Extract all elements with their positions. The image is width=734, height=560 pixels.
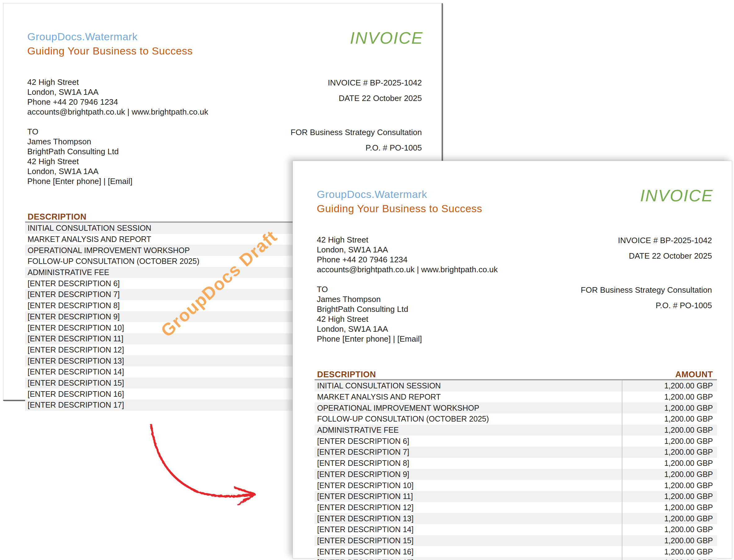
po-line: P.O. # PO-1005: [581, 300, 712, 310]
item-description: INITIAL CONSULTATION SESSION: [314, 381, 622, 390]
table-row: [ENTER DESCRIPTION 8]1,200.00 GBP: [314, 458, 717, 469]
item-description: [ENTER DESCRIPTION 10]: [314, 481, 622, 490]
table-header-row: DESCRIPTION AMOUNT: [314, 370, 717, 378]
address-line: 42 High Street: [317, 235, 498, 245]
item-description: [ENTER DESCRIPTION 12]: [314, 503, 622, 512]
to-line: 42 High Street: [317, 314, 422, 324]
description-column-header: DESCRIPTION: [25, 212, 332, 222]
table-row: [ENTER DESCRIPTION 16]1,200.00 GBP: [314, 546, 717, 557]
item-amount: 1,200.00 GBP: [622, 480, 717, 491]
screenshot-canvas: GroupDocs.Watermark Guiding Your Busines…: [0, 0, 734, 560]
item-amount: 1,200.00 GBP: [622, 413, 717, 425]
item-description: FOLLOW-UP CONSULTATION (OCTOBER 2025): [25, 257, 332, 266]
to-line: London, SW1A 1AA: [317, 324, 422, 334]
item-description: MARKET ANALYSIS AND REPORT: [25, 235, 332, 244]
item-description: [ENTER DESCRIPTION 11]: [25, 334, 332, 343]
line-items-table: DESCRIPTION AMOUNT INITIAL CONSULTATION …: [314, 370, 717, 560]
to-line: James Thompson: [317, 294, 422, 304]
item-amount: 1,200.00 GBP: [622, 546, 717, 557]
item-description: INITIAL CONSULTATION SESSION: [25, 224, 332, 233]
table-row: FOLLOW-UP CONSULTATION (OCTOBER 2025)1,2…: [314, 413, 717, 425]
item-description: [ENTER DESCRIPTION 15]: [25, 378, 332, 387]
invoice-number-line: INVOICE # BP-2025-1042: [328, 78, 422, 88]
item-amount: 1,200.00 GBP: [622, 524, 717, 535]
to-line: BrightPath Consulting Ltd: [317, 304, 422, 314]
invoice-title: INVOICE: [640, 186, 713, 205]
table-row: [ENTER DESCRIPTION 13]1,200.00 GBP: [314, 513, 717, 524]
item-description: [ENTER DESCRIPTION 15]: [314, 536, 622, 545]
item-amount: 1,200.00 GBP: [622, 535, 717, 546]
item-description: [ENTER DESCRIPTION 17]: [314, 558, 622, 560]
item-description: [ENTER DESCRIPTION 17]: [25, 400, 332, 409]
invoice-document-final: GroupDocs.Watermark Guiding Your Busines…: [292, 161, 732, 558]
table-row: [ENTER DESCRIPTION 6]1,200.00 GBP: [314, 435, 717, 447]
for-line: FOR Business Strategy Consultation: [581, 285, 712, 295]
item-description: [ENTER DESCRIPTION 6]: [314, 437, 622, 446]
to-line: 42 High Street: [27, 156, 132, 166]
invoice-meta-block: INVOICE # BP-2025-1042 DATE 22 October 2…: [618, 235, 712, 266]
table-row: [ENTER DESCRIPTION 7]1,200.00 GBP: [314, 447, 717, 458]
address-line: Phone +44 20 7946 1234: [27, 97, 208, 107]
address-line: accounts@brightpath.co.uk | www.brightpa…: [317, 265, 498, 274]
company-tagline: Guiding Your Business to Success: [317, 201, 482, 216]
item-amount: 1,200.00 GBP: [622, 491, 717, 502]
table-rows: INITIAL CONSULTATION SESSION1,200.00 GBP…: [314, 380, 717, 560]
address-line: accounts@brightpath.co.uk | www.brightpa…: [27, 107, 208, 117]
item-description: [ENTER DESCRIPTION 12]: [25, 345, 332, 354]
item-description: [ENTER DESCRIPTION 7]: [25, 290, 332, 299]
for-po-block: FOR Business Strategy Consultation P.O. …: [291, 127, 422, 158]
item-description: [ENTER DESCRIPTION 16]: [314, 547, 622, 556]
table-row: [ENTER DESCRIPTION 14]1,200.00 GBP: [314, 524, 717, 535]
item-amount: 1,200.00 GBP: [622, 469, 717, 480]
item-amount: 1,200.00 GBP: [622, 458, 717, 469]
for-line: FOR Business Strategy Consultation: [291, 127, 422, 137]
item-description: [ENTER DESCRIPTION 8]: [314, 459, 622, 468]
item-amount: 1,200.00 GBP: [622, 502, 717, 513]
item-description: [ENTER DESCRIPTION 11]: [314, 492, 622, 501]
table-row: [ENTER DESCRIPTION 17]1,200.00 GBP: [314, 557, 717, 560]
item-description: [ENTER DESCRIPTION 6]: [25, 279, 332, 288]
table-row: [ENTER DESCRIPTION 9]1,200.00 GBP: [314, 469, 717, 480]
item-amount: 1,200.00 GBP: [622, 402, 717, 413]
po-line: P.O. # PO-1005: [291, 143, 422, 153]
table-row: INITIAL CONSULTATION SESSION1,200.00 GBP: [314, 380, 717, 392]
table-row: [ENTER DESCRIPTION 15]1,200.00 GBP: [314, 535, 717, 546]
item-description: FOLLOW-UP CONSULTATION (OCTOBER 2025): [314, 414, 622, 423]
item-amount: 1,200.00 GBP: [622, 425, 717, 436]
item-description: MARKET ANALYSIS AND REPORT: [314, 392, 622, 401]
address-line: 42 High Street: [27, 77, 208, 87]
item-description: ADMINISTRATIVE FEE: [25, 268, 332, 277]
company-name: GroupDocs.Watermark: [317, 187, 482, 201]
item-description: OPERATIONAL IMPROVEMENT WORKSHOP: [25, 246, 332, 255]
to-label: TO: [27, 127, 132, 137]
to-line: Phone [Enter phone] | [Email]: [317, 334, 422, 344]
item-description: [ENTER DESCRIPTION 16]: [25, 390, 332, 399]
address-line: Phone +44 20 7946 1234: [317, 255, 498, 265]
item-amount: 1,200.00 GBP: [622, 435, 717, 447]
company-tagline: Guiding Your Business to Success: [27, 44, 193, 58]
item-amount: 1,200.00 GBP: [622, 392, 717, 403]
item-amount: 1,200.00 GBP: [622, 380, 717, 392]
to-line: James Thompson: [27, 137, 132, 147]
to-label: TO: [317, 284, 422, 294]
bill-to-block: TO James Thompson BrightPath Consulting …: [317, 284, 422, 344]
bill-to-block: TO James Thompson BrightPath Consulting …: [27, 127, 132, 186]
to-line: London, SW1A 1AA: [27, 166, 132, 176]
table-row: [ENTER DESCRIPTION 12]1,200.00 GBP: [314, 502, 717, 513]
table-row: MARKET ANALYSIS AND REPORT1,200.00 GBP: [314, 392, 717, 403]
brand-block: GroupDocs.Watermark Guiding Your Busines…: [317, 187, 482, 216]
to-line: Phone [Enter phone] | [Email]: [27, 176, 132, 186]
for-po-block: FOR Business Strategy Consultation P.O. …: [581, 285, 712, 316]
address-line: London, SW1A 1AA: [27, 87, 208, 97]
item-amount: 1,200.00 GBP: [622, 557, 717, 560]
item-amount: 1,200.00 GBP: [622, 513, 717, 524]
amount-column-header: AMOUNT: [622, 370, 717, 379]
invoice-date-line: DATE 22 October 2025: [618, 251, 712, 261]
address-line: London, SW1A 1AA: [317, 245, 498, 255]
item-description: [ENTER DESCRIPTION 9]: [314, 470, 622, 479]
item-description: [ENTER DESCRIPTION 14]: [314, 525, 622, 534]
description-column-header: DESCRIPTION: [314, 370, 622, 379]
item-description: [ENTER DESCRIPTION 13]: [314, 514, 622, 523]
item-description: ADMINISTRATIVE FEE: [314, 426, 622, 435]
invoice-number-line: INVOICE # BP-2025-1042: [618, 235, 712, 245]
